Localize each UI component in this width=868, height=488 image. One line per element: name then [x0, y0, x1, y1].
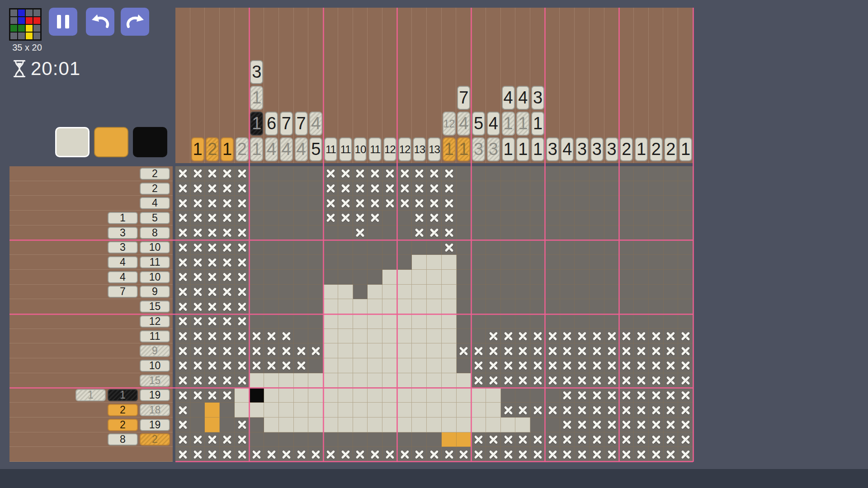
grid-cell[interactable] [397, 343, 412, 358]
col-clue-tile[interactable]: 3 [487, 137, 500, 161]
grid-cell[interactable] [235, 358, 250, 373]
grid-cell[interactable] [412, 299, 427, 314]
col-clue-tile[interactable]: 11 [324, 137, 337, 161]
col-clue-tile[interactable]: 7 [280, 112, 293, 136]
grid-cell[interactable] [545, 314, 560, 329]
grid-cell[interactable] [279, 358, 294, 373]
grid-cell[interactable] [397, 358, 412, 373]
grid-cell[interactable] [457, 432, 472, 447]
grid-cell[interactable] [560, 447, 575, 462]
grid-cell[interactable] [235, 343, 250, 358]
grid-cell[interactable] [412, 196, 427, 211]
grid-cell[interactable] [220, 343, 235, 358]
grid-cell[interactable] [486, 211, 501, 225]
grid-cell[interactable] [368, 225, 382, 240]
grid-cell[interactable] [590, 196, 604, 211]
grid-cell[interactable] [634, 255, 649, 270]
grid-cell[interactable] [678, 196, 693, 211]
grid-cell[interactable] [190, 373, 205, 388]
grid-cell[interactable] [382, 447, 397, 462]
grid-cell[interactable] [368, 166, 382, 181]
grid-cell[interactable] [264, 211, 279, 225]
grid-cell[interactable] [279, 225, 294, 240]
row-clue-tile[interactable]: 5 [140, 212, 170, 224]
grid-cell[interactable] [427, 166, 442, 181]
grid-cell[interactable] [175, 373, 190, 388]
grid-cell[interactable] [471, 358, 486, 373]
grid-cell[interactable] [486, 255, 501, 270]
grid-cell[interactable] [664, 343, 679, 358]
col-clue-tile[interactable]: 1 [531, 137, 544, 161]
grid-cell[interactable] [457, 343, 472, 358]
grid-cell[interactable] [412, 447, 427, 462]
grid-cell[interactable] [427, 373, 442, 388]
grid-cell[interactable] [604, 329, 619, 344]
grid-cell[interactable] [308, 299, 323, 314]
grid-cell[interactable] [515, 181, 530, 196]
grid-cell[interactable] [279, 240, 294, 255]
grid-cell[interactable] [412, 343, 427, 358]
grid-cell[interactable] [294, 373, 309, 388]
grid-cell[interactable] [190, 255, 205, 270]
grid-cell[interactable] [294, 329, 309, 344]
grid-cell[interactable] [471, 403, 486, 418]
grid-cell[interactable] [353, 240, 368, 255]
grid-cell[interactable] [442, 196, 457, 211]
grid-cell[interactable] [397, 314, 412, 329]
grid-cell[interactable] [220, 314, 235, 329]
grid-cell[interactable] [279, 447, 294, 462]
grid-cell[interactable] [530, 314, 545, 329]
grid-cell[interactable] [486, 418, 501, 432]
grid-cell[interactable] [427, 225, 442, 240]
row-clue-tile[interactable]: 7 [108, 286, 138, 298]
grid-cell[interactable] [501, 314, 516, 329]
grid-cell[interactable] [294, 299, 309, 314]
grid-cell[interactable] [368, 432, 382, 447]
grid-cell[interactable] [678, 255, 693, 270]
col-clue-tile[interactable]: 4 [561, 137, 574, 161]
grid-cell[interactable] [353, 314, 368, 329]
grid-cell[interactable] [190, 343, 205, 358]
grid-cell[interactable] [368, 196, 382, 211]
grid-cell[interactable] [442, 447, 457, 462]
grid-cell[interactable] [575, 432, 590, 447]
grid-cell[interactable] [308, 388, 323, 403]
grid-cell[interactable] [353, 403, 368, 418]
grid-cell[interactable] [649, 299, 664, 314]
grid-cell[interactable] [649, 166, 664, 181]
grid-cell[interactable] [457, 225, 472, 240]
grid-cell[interactable] [634, 285, 649, 300]
grid-cell[interactable] [338, 373, 353, 388]
grid-cell[interactable] [279, 166, 294, 181]
grid-cell[interactable] [235, 196, 250, 211]
col-clue-tile[interactable]: 4 [280, 137, 293, 161]
grid-cell[interactable] [308, 181, 323, 196]
grid-cell[interactable] [308, 343, 323, 358]
grid-cell[interactable] [382, 285, 397, 300]
grid-cell[interactable] [545, 358, 560, 373]
grid-cell[interactable] [412, 181, 427, 196]
col-clue-tile[interactable]: 12 [443, 112, 456, 136]
grid-cell[interactable] [205, 225, 220, 240]
grid-cell[interactable] [515, 255, 530, 270]
grid-cell[interactable] [323, 255, 338, 270]
grid-cell[interactable] [382, 270, 397, 285]
grid-cell[interactable] [308, 225, 323, 240]
grid-cell[interactable] [353, 388, 368, 403]
grid-cell[interactable] [501, 299, 516, 314]
grid-cell[interactable] [471, 270, 486, 285]
grid-cell[interactable] [560, 211, 575, 225]
row-clue-tile[interactable]: 1 [75, 389, 106, 401]
grid-cell[interactable] [471, 373, 486, 388]
grid-cell[interactable] [220, 403, 235, 418]
grid-cell[interactable] [530, 388, 545, 403]
grid-cell[interactable] [250, 285, 264, 300]
grid-cell[interactable] [250, 270, 264, 285]
grid-cell[interactable] [190, 166, 205, 181]
grid-cell[interactable] [442, 373, 457, 388]
grid-cell[interactable] [501, 373, 516, 388]
grid-cell[interactable] [397, 211, 412, 225]
grid-cell[interactable] [338, 285, 353, 300]
grid-cell[interactable] [678, 418, 693, 432]
grid-cell[interactable] [175, 343, 190, 358]
